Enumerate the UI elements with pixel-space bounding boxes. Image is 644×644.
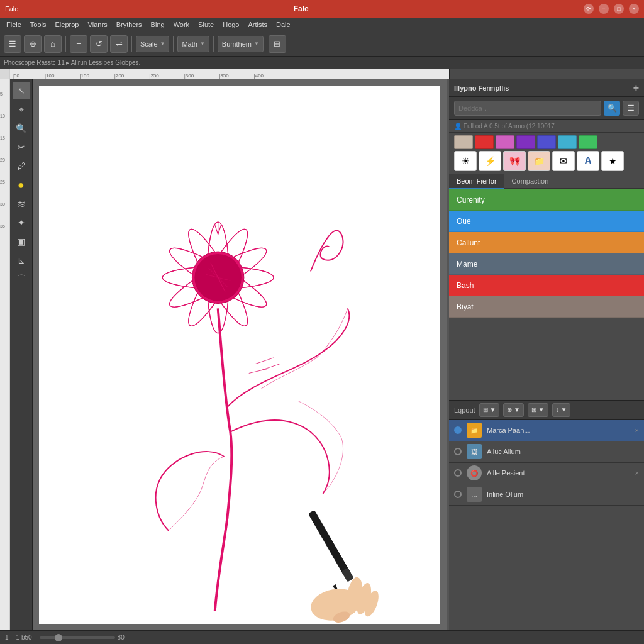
menu-artists[interactable]: Artists: [244, 19, 271, 30]
layers-section: 📁 Marca Paan... × 🖼 Alluc Allum ⭕ Allle …: [449, 420, 644, 631]
scale-dropdown[interactable]: Scale ▼: [136, 36, 169, 52]
home-btn[interactable]: ⌂: [44, 35, 62, 53]
math-label: Math: [182, 40, 197, 48]
layout-bar: Lqpout ⊞ ▼ ⊕ ▼ ⊞ ▼ ↕ ▼: [449, 400, 644, 420]
menu-eleprop[interactable]: Eleprop: [52, 19, 83, 30]
layer-radio-1: [454, 448, 462, 455]
mail-icon-swatch[interactable]: ✉: [552, 151, 575, 171]
bumthem-label: Bumthem: [222, 40, 252, 48]
color-swatch-green[interactable]: [579, 135, 597, 149]
minus-btn[interactable]: −: [70, 35, 87, 53]
scale-arrow: ▼: [160, 41, 165, 47]
search-input[interactable]: [454, 101, 601, 116]
ruler-horizontal: |50 |100 |150 |200 |250 |300 |350 |400: [10, 69, 449, 79]
bumthem-dropdown[interactable]: Bumthem ▼: [218, 36, 264, 52]
close-button[interactable]: ×: [629, 4, 639, 14]
category-callunt[interactable]: Callunt: [449, 232, 644, 253]
node-tool[interactable]: ⌖: [13, 101, 30, 118]
magic-tool[interactable]: ✦: [13, 214, 30, 231]
menu-vlanrs[interactable]: Vlanrs: [84, 19, 111, 30]
menu-hogo[interactable]: Hogo: [219, 19, 243, 30]
menu-fiele[interactable]: Fiele: [3, 19, 25, 30]
zoom-tool[interactable]: 🔍: [13, 119, 30, 137]
layer-close-2[interactable]: ×: [635, 469, 639, 477]
layer-radio-2: [454, 469, 462, 477]
color-swatch-pink[interactable]: [496, 135, 514, 149]
math-arrow: ▼: [200, 41, 205, 47]
restore-button[interactable]: ⟳: [584, 4, 594, 14]
layer-name-3: Inline Ollum: [487, 491, 639, 498]
rotate-btn[interactable]: ↺: [90, 35, 108, 53]
color-dot[interactable]: ●: [13, 176, 30, 194]
tab-compaction[interactable]: Compaction: [504, 174, 557, 189]
layer-item-1[interactable]: 🖼 Alluc Allum: [449, 441, 644, 463]
flip-btn[interactable]: ⇌: [110, 35, 128, 53]
menu-fale[interactable]: Fale: [5, 5, 18, 13]
bolt-icon-swatch[interactable]: ⚡: [479, 151, 501, 171]
menu-slute[interactable]: Slute: [194, 19, 218, 30]
color-swatch-cyan[interactable]: [558, 135, 577, 149]
text-icon-swatch[interactable]: A: [577, 151, 599, 171]
pan-tool[interactable]: ✂: [13, 138, 30, 156]
tab-beom-fierfor[interactable]: Beom Fierfor: [449, 174, 504, 189]
title-menu: Fale: [5, 5, 18, 13]
layout-btn-3[interactable]: ⊞ ▼: [528, 403, 548, 417]
sun-icon-swatch[interactable]: ☀: [454, 151, 477, 171]
search-button[interactable]: 🔍: [604, 101, 620, 116]
layout-btn-2[interactable]: ⊕ ▼: [503, 403, 524, 417]
color-swatch-row: [454, 135, 639, 149]
gift-icon-swatch[interactable]: 🎀: [503, 151, 526, 171]
color-swatch-beige[interactable]: [454, 135, 473, 149]
breadcrumb: Phocscope Rasstc 11 ▸ Allrun Lessipes Gl…: [0, 57, 644, 69]
layout-btn-1[interactable]: ⊞ ▼: [479, 403, 500, 417]
star-icon-swatch[interactable]: ★: [601, 151, 624, 171]
pen-tool[interactable]: 🖊: [13, 157, 30, 175]
layer-name-0: Marca Paan...: [487, 426, 630, 434]
ruler-vertical: 5 10 15 20 25 30 35: [0, 79, 10, 630]
layer-item-2[interactable]: ⭕ Allle Pesient ×: [449, 463, 644, 484]
category-mame[interactable]: Mame: [449, 253, 644, 275]
layer-item-0[interactable]: 📁 Marca Paan... ×: [449, 420, 644, 441]
category-oue[interactable]: Oue: [449, 211, 644, 232]
menu-blng[interactable]: Blng: [147, 19, 169, 30]
frame-tool[interactable]: ▣: [13, 233, 30, 250]
user-info-icon: 👤: [454, 123, 462, 130]
new-btn[interactable]: ☰: [4, 35, 21, 53]
menu-dale[interactable]: Dale: [272, 19, 294, 30]
measure-tool[interactable]: ⊾: [13, 252, 30, 269]
color-swatch-red[interactable]: [475, 135, 494, 149]
category-bash[interactable]: Bash: [449, 275, 644, 296]
color-swatch-purple[interactable]: [516, 135, 535, 149]
maximize-button[interactable]: □: [614, 4, 624, 14]
menu-brythers[interactable]: Brythers: [113, 19, 146, 30]
left-toolbar: ↖ ⌖ 🔍 ✂ 🖊 ● ≋ ✦ ▣ ⊾ ⌒: [10, 79, 33, 630]
minimize-button[interactable]: −: [599, 4, 609, 14]
panel-add-button[interactable]: +: [633, 82, 639, 94]
curve-tool[interactable]: ⌒: [13, 270, 30, 288]
panel-options-button[interactable]: ☰: [623, 101, 639, 116]
zoom-slider[interactable]: [40, 636, 115, 639]
menu-work[interactable]: Work: [170, 19, 193, 30]
grid-btn[interactable]: ⊞: [269, 35, 286, 53]
layer-radio-0: [454, 426, 462, 434]
canvas-area[interactable]: Alluum: [33, 79, 447, 630]
color-swatch-blue[interactable]: [537, 135, 556, 149]
layer-item-3[interactable]: … Inline Ollum: [449, 484, 644, 506]
layer-close-0[interactable]: ×: [635, 426, 639, 434]
menu-tools[interactable]: Tools: [26, 19, 50, 30]
math-dropdown[interactable]: Math ▼: [177, 36, 209, 52]
open-btn[interactable]: ⊕: [24, 35, 42, 53]
wave-tool[interactable]: ≋: [13, 195, 30, 213]
folder-icon-swatch[interactable]: 📁: [528, 151, 550, 171]
status-zoom: 80: [40, 634, 125, 641]
zoom-thumb[interactable]: [55, 634, 62, 641]
category-curenity[interactable]: Curenity: [449, 189, 644, 211]
app-title: Fale: [294, 4, 309, 13]
select-tool[interactable]: ↖: [13, 82, 30, 99]
category-biyat[interactable]: Biyat: [449, 296, 644, 318]
layer-name-2: Allle Pesient: [487, 469, 630, 477]
layout-btn-4[interactable]: ↕ ▼: [552, 403, 571, 417]
user-info: 👤 Full od A 0.5t of Anmo (12 10017: [449, 120, 644, 133]
svg-rect-24: [308, 510, 352, 578]
breadcrumb-path: Phocscope Rasstc 11 ▸ Allrun Lessipes Gl…: [4, 59, 140, 66]
